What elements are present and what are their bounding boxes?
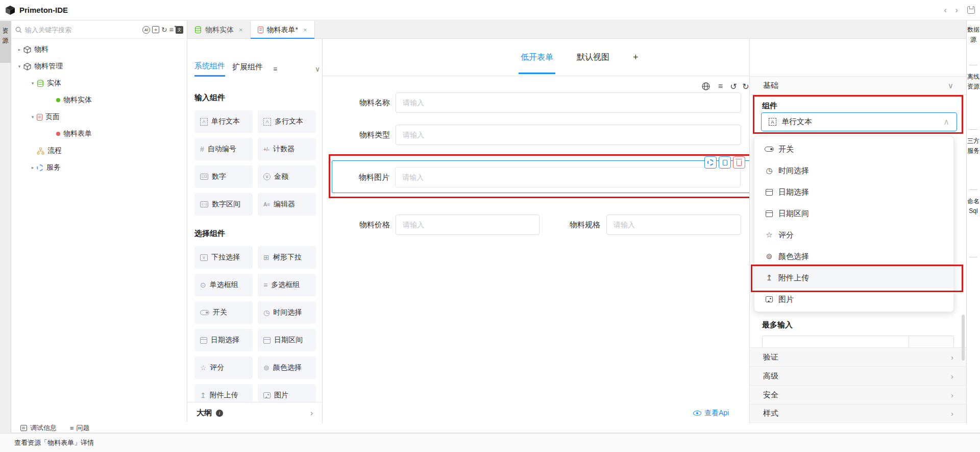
option-date-range[interactable]: 日期区间: [754, 203, 953, 224]
counter-icon: +/-: [263, 147, 270, 152]
rail-tab-data-source[interactable]: 数据源: [967, 25, 980, 44]
option-rating[interactable]: ☆评分: [754, 224, 953, 246]
gear-icon: [707, 159, 714, 165]
editor-icon: A≡: [263, 202, 270, 207]
field-input-material-price[interactable]: [396, 215, 540, 235]
outline-footer[interactable]: 大纲 i ›: [187, 402, 322, 423]
component-counter[interactable]: +/-计数器: [258, 138, 316, 160]
component-time-picker[interactable]: ◷时间选择: [258, 301, 316, 324]
clock-icon: ◷: [263, 308, 270, 317]
field-input-material-name[interactable]: [396, 92, 741, 113]
nav-back-icon[interactable]: ‹: [940, 5, 951, 15]
inspector-section-validation[interactable]: 验证›: [750, 347, 967, 366]
inspector-section-advanced[interactable]: 高级›: [750, 366, 967, 385]
component-number-range[interactable]: 1~3数字区间: [194, 193, 253, 216]
tab-extension-components[interactable]: 扩展组件: [232, 62, 263, 76]
text-icon: A: [769, 118, 776, 126]
field-copy-button[interactable]: [719, 156, 731, 169]
new-resource-icon[interactable]: +: [152, 26, 159, 33]
inspector-section-basic[interactable]: 基础 ∨: [750, 76, 967, 95]
tree-item-entity[interactable]: ▾ 实体: [29, 76, 61, 90]
save-icon[interactable]: [967, 6, 975, 14]
close-tab-icon[interactable]: ×: [303, 26, 307, 34]
outline-list-icon[interactable]: ≡: [715, 82, 726, 91]
collapse-all-icon[interactable]: ≡: [169, 26, 174, 34]
view-tab-lowcode-form[interactable]: 低开表单: [521, 52, 553, 63]
undo-icon[interactable]: ↺: [728, 82, 739, 91]
component-date-range[interactable]: 日期区间: [258, 329, 316, 351]
translate-icon[interactable]: 文: [176, 26, 183, 34]
field-input-material-type[interactable]: [396, 125, 741, 145]
component-amount[interactable]: ¥金额: [258, 165, 316, 188]
rail-tab-third-party-services[interactable]: 三方服务: [967, 136, 980, 156]
stepper-handle[interactable]: [909, 336, 953, 347]
tree-item-material[interactable]: ▸ 物料: [15, 42, 48, 57]
rail-tab-named-sql[interactable]: 命名Sql: [967, 197, 980, 216]
eye-icon: [693, 411, 701, 416]
rail-tab-resources[interactable]: 资源: [0, 21, 11, 63]
tree-item-material-entity[interactable]: 物料实体: [56, 93, 92, 107]
database-icon: [37, 80, 44, 87]
option-color-picker[interactable]: ⊚颜色选择: [754, 246, 953, 267]
rail-tab-offline-resources[interactable]: 离线资源: [967, 72, 980, 91]
component-single-line-text[interactable]: A单行文本: [194, 110, 253, 133]
component-checkbox-group[interactable]: ≡多选框组: [258, 274, 316, 296]
option-switch[interactable]: 开关: [754, 138, 953, 160]
database-icon: [194, 26, 202, 34]
field-delete-button[interactable]: [733, 156, 745, 169]
refresh-icon[interactable]: ↻: [161, 26, 167, 34]
inspector-scrollbar[interactable]: [962, 315, 965, 361]
component-multi-line-text[interactable]: A多行文本: [258, 110, 316, 133]
expand-arrow-icon[interactable]: ▸: [29, 165, 37, 170]
problems-button[interactable]: ≡ 问题: [70, 423, 90, 433]
collapse-arrow-icon[interactable]: ▾: [29, 81, 37, 86]
component-tree-select[interactable]: ⊞树形下拉: [258, 246, 316, 269]
tree-item-material-mgmt[interactable]: ▾ 物料管理: [15, 59, 63, 74]
component-rating[interactable]: ☆评分: [194, 356, 253, 379]
input-components-grid: A单行文本 A多行文本 #自动编号 +/-计数器 123数字 ¥金额 1~3数字…: [194, 110, 317, 221]
panel-collapse-icon[interactable]: ∨: [315, 65, 320, 73]
collapse-arrow-icon[interactable]: ▾: [29, 114, 37, 120]
component-color-picker[interactable]: ⊚颜色选择: [258, 356, 316, 379]
tree-item-service[interactable]: ▸ 服务: [29, 160, 61, 175]
tab-system-components[interactable]: 系统组件: [194, 61, 225, 77]
option-date-picker[interactable]: 日期选择: [754, 181, 953, 203]
debug-info-button[interactable]: 调试信息: [20, 423, 57, 433]
component-switch[interactable]: 开关: [194, 301, 253, 324]
close-tab-icon[interactable]: ×: [239, 26, 243, 34]
component-number[interactable]: 123数字: [194, 165, 253, 188]
resource-explorer: AI + ↻ ≡ 文 ▸ 物料 ▾ 物料管理 ▾ 实体 物料实体 ▾: [11, 21, 187, 422]
component-type-select[interactable]: A 单行文本 ∧: [761, 112, 957, 131]
tree-item-process[interactable]: 流程: [37, 144, 62, 158]
component-editor[interactable]: A≡编辑器: [258, 193, 316, 216]
tree-item-page[interactable]: ▾ 页面: [29, 110, 60, 124]
inspector-section-style[interactable]: 样式›: [750, 404, 967, 423]
expand-arrow-icon[interactable]: ▸: [15, 47, 23, 52]
ai-assist-icon[interactable]: AI: [142, 26, 150, 34]
star-icon: ☆: [200, 364, 207, 372]
component-dropdown[interactable]: ∨下拉选择: [194, 246, 253, 269]
field-input-material-image[interactable]: [395, 167, 741, 187]
max-input-field[interactable]: [762, 336, 954, 347]
nav-forward-icon[interactable]: ›: [951, 5, 962, 15]
component-date-picker[interactable]: 日期选择: [194, 329, 253, 351]
collapse-arrow-icon[interactable]: ▾: [15, 64, 23, 69]
view-api-link[interactable]: 查看Api: [693, 409, 729, 418]
search-input[interactable]: [25, 26, 109, 34]
service-gear-icon: [37, 164, 43, 171]
inspector-section-security[interactable]: 安全›: [750, 385, 967, 404]
tree-item-material-form[interactable]: 物料表单: [56, 127, 92, 141]
component-radio-group[interactable]: ⊙单选框组: [194, 274, 253, 296]
field-settings-button[interactable]: [704, 156, 717, 169]
explorer-search-row: AI + ↻ ≡ 文: [11, 21, 187, 39]
add-view-button[interactable]: +: [633, 52, 639, 63]
panel-menu-icon[interactable]: ≡: [273, 65, 277, 73]
editor-tab-material-form[interactable]: 物料表单* ×: [251, 21, 315, 39]
field-input-material-spec[interactable]: [606, 215, 741, 235]
editor-tab-material-entity[interactable]: 物料实体 ×: [187, 21, 251, 39]
option-time-picker[interactable]: ◷时间选择: [754, 160, 953, 181]
component-auto-number[interactable]: #自动编号: [194, 138, 253, 160]
upload-icon: ↥: [200, 391, 206, 399]
view-tab-default-view[interactable]: 默认视图: [577, 52, 609, 63]
i18n-globe-icon[interactable]: [701, 82, 710, 91]
